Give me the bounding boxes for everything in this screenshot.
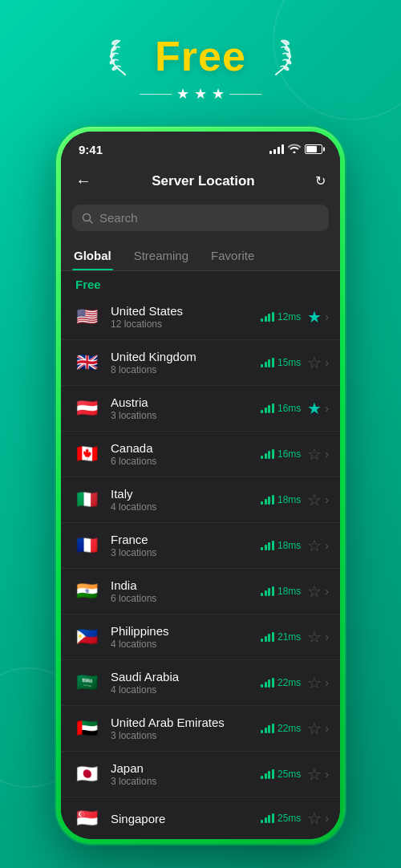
ping-us: 12ms xyxy=(261,311,301,322)
country-locations-uk: 8 locations xyxy=(111,364,261,375)
server-item-ca[interactable]: 🇨🇦 Canada 6 locations 16ms xyxy=(61,432,340,477)
free-badge-row: Free xyxy=(105,32,296,80)
server-item-at[interactable]: 🇦🇹 Austria 3 locations 16ms xyxy=(61,386,340,432)
star-ca[interactable]: ☆ xyxy=(307,446,322,462)
country-info-uk: United Kingdom 8 locations xyxy=(111,350,261,375)
star-fr[interactable]: ☆ xyxy=(307,537,322,554)
country-info-ae: United Arab Emirates 3 locations xyxy=(111,716,261,741)
star-at[interactable]: ★ xyxy=(307,400,322,416)
status-bar: 9:41 xyxy=(61,132,340,164)
flag-at: 🇦🇹 xyxy=(72,397,101,420)
ping-bars-it xyxy=(261,495,274,505)
flag-jp: 🇯🇵 xyxy=(72,763,101,785)
refresh-button[interactable]: ↻ xyxy=(315,173,326,189)
star-in[interactable]: ☆ xyxy=(307,583,322,599)
stars-row: ★ ★ ★ xyxy=(140,85,261,103)
country-info-jp: Japan 3 locations xyxy=(111,761,261,787)
ping-ae: 22ms xyxy=(261,723,301,734)
right-laurel xyxy=(256,34,296,79)
tab-favorite[interactable]: Favorite xyxy=(209,242,256,270)
signal-bar-3 xyxy=(277,147,280,154)
flag-in: 🇮🇳 xyxy=(72,580,101,602)
back-button[interactable]: ← xyxy=(75,172,91,190)
search-bar-container: Search xyxy=(61,198,340,239)
country-info-at: Austria 3 locations xyxy=(111,395,261,421)
flag-ph: 🇵🇭 xyxy=(72,626,101,648)
star-jp[interactable]: ☆ xyxy=(307,766,322,782)
phone-outer: 9:41 xyxy=(56,127,345,844)
star-3: ★ xyxy=(212,85,225,103)
ping-bars-sg xyxy=(261,813,274,823)
ping-bars-at xyxy=(261,404,274,413)
star-ph[interactable]: ☆ xyxy=(307,629,322,645)
star-uk[interactable]: ☆ xyxy=(307,355,322,371)
country-name-in: India xyxy=(111,578,261,592)
chevron-at: › xyxy=(325,402,329,415)
flag-it: 🇮🇹 xyxy=(72,489,101,511)
ping-bars-uk xyxy=(261,358,274,367)
tabs-container: Global Streaming Favorite xyxy=(61,239,340,271)
flag-ca: 🇨🇦 xyxy=(72,443,101,465)
country-info-sa: Saudi Arabia 4 locations xyxy=(111,670,261,696)
server-item-uk[interactable]: 🇬🇧 United Kingdom 8 locations 15ms xyxy=(61,340,340,386)
country-info-it: Italy 4 locations xyxy=(111,487,261,513)
flag-sa: 🇸🇦 xyxy=(72,671,101,694)
ping-ca: 16ms xyxy=(261,448,301,460)
battery-fill xyxy=(306,146,317,152)
country-locations-us: 12 locations xyxy=(111,318,261,330)
chevron-jp: › xyxy=(325,768,329,781)
server-item-sg[interactable]: 🇸🇬 Singapore 25ms ☆ › xyxy=(61,797,340,839)
phone-mockup: 9:41 xyxy=(56,127,345,844)
star-divider-left xyxy=(140,94,172,95)
server-item-us[interactable]: 🇺🇸 United States 12 locations 12ms xyxy=(61,294,340,340)
ping-bars-ca xyxy=(261,449,274,459)
ping-bars-ph xyxy=(261,632,274,642)
star-us[interactable]: ★ xyxy=(307,309,322,325)
ping-jp: 25ms xyxy=(261,769,301,780)
server-item-sa[interactable]: 🇸🇦 Saudi Arabia 4 locations 22ms xyxy=(61,660,340,706)
chevron-uk: › xyxy=(325,356,329,369)
server-item-ph[interactable]: 🇵🇭 Philippines 4 locations 21ms xyxy=(61,614,340,660)
country-name-ca: Canada xyxy=(111,441,261,455)
tab-global[interactable]: Global xyxy=(72,242,113,270)
country-info-ph: Philippines 4 locations xyxy=(111,624,261,650)
server-item-jp[interactable]: 🇯🇵 Japan 3 locations 25ms xyxy=(61,752,340,797)
ping-bars-sa xyxy=(261,678,274,688)
country-locations-sa: 4 locations xyxy=(111,684,261,696)
server-item-fr[interactable]: 🇫🇷 France 3 locations 18ms xyxy=(61,523,340,569)
star-2: ★ xyxy=(194,85,207,103)
star-sa[interactable]: ☆ xyxy=(307,675,322,691)
star-it[interactable]: ☆ xyxy=(307,492,322,508)
search-icon xyxy=(82,213,93,224)
nav-bar: ← Server Location ↻ xyxy=(61,164,340,198)
country-name-fr: France xyxy=(111,533,261,546)
server-item-it[interactable]: 🇮🇹 Italy 4 locations 18ms xyxy=(61,477,340,523)
ping-fr: 18ms xyxy=(261,540,301,551)
star-ae[interactable]: ☆ xyxy=(307,720,322,736)
search-bar[interactable]: Search xyxy=(72,205,329,231)
country-info-ca: Canada 6 locations xyxy=(111,441,261,467)
top-header: Free ★ ★ ★ xyxy=(0,0,401,119)
flag-uk: 🇬🇧 xyxy=(72,351,101,374)
country-info-fr: France 3 locations xyxy=(111,533,261,558)
signal-bar-2 xyxy=(273,149,276,154)
country-locations-at: 3 locations xyxy=(111,410,261,421)
tab-streaming[interactable]: Streaming xyxy=(132,242,190,270)
ping-at: 16ms xyxy=(261,403,301,414)
ping-sa: 22ms xyxy=(261,677,301,688)
chevron-sa: › xyxy=(325,676,329,689)
country-locations-ca: 6 locations xyxy=(111,456,261,467)
country-name-sa: Saudi Arabia xyxy=(111,670,261,683)
country-info-us: United States 12 locations xyxy=(111,304,261,330)
ping-bars-fr xyxy=(261,541,274,550)
country-locations-ph: 4 locations xyxy=(111,639,261,650)
free-title: Free xyxy=(155,32,246,80)
country-name-sg: Singapore xyxy=(111,812,261,825)
country-name-jp: Japan xyxy=(111,761,261,775)
star-divider-right xyxy=(229,94,261,95)
ping-in: 18ms xyxy=(261,586,301,597)
server-item-ae[interactable]: 🇦🇪 United Arab Emirates 3 locations 22ms xyxy=(61,706,340,752)
svg-line-11 xyxy=(90,220,93,223)
star-sg[interactable]: ☆ xyxy=(307,810,322,826)
server-item-in[interactable]: 🇮🇳 India 6 locations 18ms xyxy=(61,569,340,614)
